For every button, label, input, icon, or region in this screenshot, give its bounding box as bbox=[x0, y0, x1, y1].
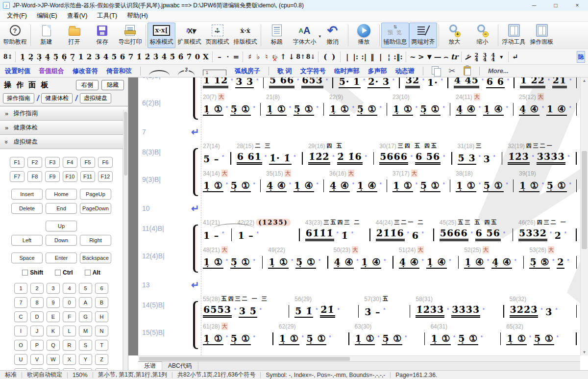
key-backspace[interactable]: Backspace bbox=[80, 253, 111, 263]
toolbar-button-op-panel[interactable]: 操作面板 bbox=[528, 23, 556, 48]
accordion-section-2[interactable]: »虚拟键盘 bbox=[0, 135, 128, 149]
measure[interactable]: 52(25)大1̣ ④*4̣ ④* bbox=[462, 246, 520, 269]
key-f8[interactable]: F8 bbox=[27, 171, 42, 182]
key-f11[interactable]: F11 bbox=[80, 171, 95, 182]
final-barline-tool[interactable]: :‖: bbox=[393, 51, 403, 62]
sharp-tool[interactable]: ♯ bbox=[245, 51, 254, 62]
underline-tool[interactable]: = bbox=[232, 51, 240, 62]
key-left[interactable]: Left bbox=[11, 235, 43, 246]
toolbar-button-open[interactable]: 打开 bbox=[60, 23, 88, 48]
note-5[interactable]: 5 bbox=[110, 51, 118, 62]
triplet-icon[interactable]: 3 bbox=[178, 70, 195, 76]
measure[interactable]: 56(29)5 1̇*2̇1̇* bbox=[293, 295, 354, 318]
note-low-3[interactable]: 3̣ bbox=[35, 51, 43, 62]
paste-icon[interactable] bbox=[464, 66, 471, 76]
close-button[interactable]: × bbox=[566, 0, 588, 11]
note-high-7[interactable]: 7̇ bbox=[185, 51, 193, 62]
key-f[interactable]: F bbox=[63, 311, 76, 322]
clear-accidental-tool[interactable]: ♯♭× bbox=[270, 51, 279, 62]
panel-scrollbar[interactable] bbox=[123, 110, 128, 370]
menu-item-4[interactable]: 帮助(H) bbox=[122, 11, 152, 21]
measure[interactable]: 57(30)五3̇ –* bbox=[362, 295, 406, 318]
key-j[interactable]: J bbox=[30, 326, 44, 336]
key-p[interactable]: P bbox=[30, 340, 44, 351]
time-2-4-tool[interactable]: 24 bbox=[472, 52, 481, 62]
view-tab-1[interactable]: ABC代码 bbox=[162, 362, 198, 370]
staccato-tool[interactable]: ▼ bbox=[425, 51, 434, 62]
time-3-4-tool[interactable]: 34 bbox=[481, 52, 489, 62]
measure[interactable]: 20(7)大1̣ ①*5̣ ①* bbox=[201, 93, 257, 116]
measure[interactable]: 4 45*6 6* bbox=[452, 77, 511, 88]
note-x[interactable]: X bbox=[201, 51, 210, 62]
hide-toolbar-button[interactable]: 隐 bbox=[577, 51, 585, 63]
note-4[interactable]: 4 bbox=[101, 51, 110, 62]
measure[interactable]: 5· 1*2· 3* bbox=[337, 77, 396, 88]
paren-open-tool[interactable]: ( bbox=[321, 51, 329, 62]
note-high-6[interactable]: 6̇ bbox=[176, 51, 185, 62]
repeat-end-tool[interactable]: :| bbox=[360, 51, 368, 62]
measure[interactable]: 27(14)5 –* bbox=[201, 142, 227, 165]
key-f1[interactable]: F1 bbox=[10, 157, 24, 168]
menu-item-0[interactable]: 文件(F) bbox=[2, 11, 32, 21]
multi-voice-button[interactable]: 多声部 bbox=[368, 67, 387, 76]
key-s[interactable]: S bbox=[79, 340, 92, 351]
key-f4[interactable]: F4 bbox=[63, 157, 77, 168]
measure[interactable]: 39(19)1̣ ①*5̣ ①* bbox=[517, 170, 573, 192]
cut-icon[interactable]: ✂ bbox=[449, 66, 455, 76]
note-2[interactable]: 2 bbox=[85, 51, 93, 62]
key-z[interactable]: Z bbox=[95, 354, 108, 365]
toolbar-button-mode-layout[interactable]: ẋ·ẋ排版模式 bbox=[231, 23, 259, 48]
key-f9[interactable]: F9 bbox=[45, 171, 60, 182]
slur-volta-button[interactable]: 弧线房子 bbox=[235, 67, 260, 76]
key-c[interactable]: C bbox=[14, 311, 27, 322]
note-3[interactable]: 3 bbox=[93, 51, 101, 62]
measure[interactable]: 38(18)1̣ ①*5̣ ①* bbox=[454, 170, 510, 192]
toolbar-button-title[interactable]: 标题 bbox=[263, 23, 291, 48]
dot-tool[interactable]: · bbox=[223, 51, 232, 62]
double-barline-tool[interactable]: ‖ bbox=[368, 51, 376, 62]
octave-shift-icon[interactable]: 8↕ bbox=[3, 51, 13, 62]
key-k[interactable]: K bbox=[47, 326, 60, 336]
key-f7[interactable]: F7 bbox=[10, 171, 24, 182]
grace-chord-button[interactable]: 倚音和弦 bbox=[106, 67, 132, 76]
key-space[interactable]: Space bbox=[11, 253, 43, 263]
measure[interactable]: 23(10)1̣ ①*5̣ ①* bbox=[391, 93, 446, 116]
measure[interactable]: 30(17)三四 五 四五5666*6 56* bbox=[377, 142, 448, 165]
key-f6[interactable]: F6 bbox=[98, 157, 113, 168]
measure[interactable]: 50(23)大4̣ ④*1̣ ④* bbox=[332, 246, 390, 269]
toolbar-button-print[interactable]: 导出打印 bbox=[116, 23, 144, 48]
measure[interactable]: 58(31)1̇2̇3̇3̇*3̇3̇3̇3̇* bbox=[414, 295, 500, 318]
barline-tool[interactable]: | bbox=[343, 51, 351, 62]
measure[interactable]: 1 12*3 3* bbox=[201, 77, 260, 88]
measure[interactable]: 32*1·* bbox=[403, 77, 444, 88]
key-f5[interactable]: F5 bbox=[80, 157, 95, 168]
toolbar-button-justify[interactable]: 两端对齐 bbox=[409, 23, 437, 48]
key-pagedown[interactable]: PageDown bbox=[80, 203, 111, 214]
measure[interactable]: 48(21)大1̣ ①*5̣ ①* bbox=[201, 246, 259, 269]
key-d[interactable]: D bbox=[30, 311, 44, 322]
measure[interactable]: 63(30)1̣ ①*5̣ ①* bbox=[353, 323, 421, 345]
measure[interactable]: 43(23)三五四三 二61̇1̇1̇*1̇* bbox=[303, 219, 366, 241]
key-r[interactable]: R bbox=[63, 340, 76, 351]
checkbox-alt[interactable]: Alt bbox=[85, 269, 100, 276]
measure[interactable]: 37(17)大1̣ ①*5̣ ①* bbox=[391, 170, 446, 192]
score-horizontal-scrollbar[interactable] bbox=[138, 355, 580, 361]
natural-tool[interactable]: ♮ bbox=[262, 51, 270, 62]
measure[interactable]: 45(25)五三 五 四五5666*6 56* bbox=[438, 219, 509, 241]
toolbar-button-preview[interactable]: ⇅预 览辅助信息 bbox=[381, 23, 409, 48]
key-f2[interactable]: F2 bbox=[27, 157, 42, 168]
key-insert[interactable]: Insert bbox=[11, 189, 43, 200]
octave-down-tool[interactable]: ↓ bbox=[287, 51, 295, 62]
measure[interactable]: 36(16)大4̣ ④*1̣ ④* bbox=[327, 170, 383, 192]
key-enter[interactable]: Enter bbox=[46, 253, 77, 263]
key-n[interactable]: N bbox=[95, 326, 108, 336]
text-symbol-button[interactable]: 文字符号 bbox=[300, 67, 326, 76]
toolbar-button-mode-extend[interactable]: ///X扩展模式 bbox=[175, 23, 203, 48]
scroll-up-arrow[interactable]: ▲ bbox=[581, 78, 588, 83]
measure[interactable]: 5 66*653* bbox=[267, 77, 329, 88]
note-1[interactable]: 1 bbox=[76, 51, 85, 62]
key-u[interactable]: U bbox=[14, 354, 27, 365]
modify-note-button[interactable]: 修改音符 bbox=[73, 67, 98, 76]
measure[interactable]: 31(18)三5 3*3* bbox=[456, 142, 498, 165]
key-2[interactable]: 2 bbox=[30, 283, 44, 294]
